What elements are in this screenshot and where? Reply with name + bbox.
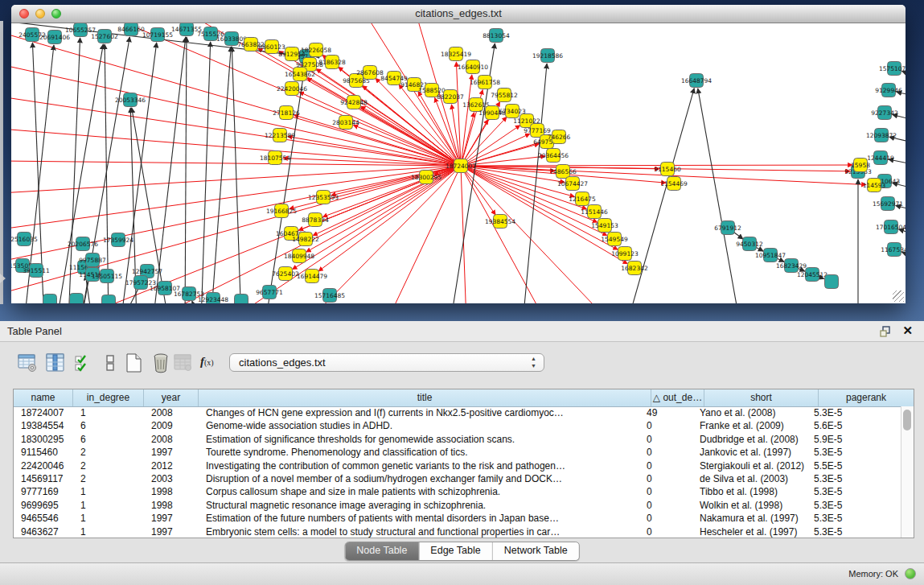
column-header-1[interactable]: in_degree <box>73 389 144 406</box>
graph-node[interactable]: 17016504 <box>876 220 906 234</box>
graph-edge[interactable] <box>11 97 461 166</box>
graph-node[interactable]: 8878334 <box>302 213 329 227</box>
graph-edge[interactable] <box>698 89 740 303</box>
graph-node[interactable]: 15692971 <box>873 197 903 211</box>
graph-edge[interactable] <box>201 42 211 303</box>
graph-edge[interactable] <box>185 37 187 303</box>
column-header-2[interactable]: year <box>144 389 199 406</box>
graph-node[interactable]: 1216475 <box>569 192 596 206</box>
graph-node[interactable] <box>825 275 839 289</box>
network-canvas[interactable]: 2405572206914061065525715276028466160107… <box>11 23 906 303</box>
graph-node[interactable]: 9242848 <box>340 96 368 109</box>
graph-node[interactable]: 18409948 <box>284 249 314 263</box>
graph-edge[interactable] <box>232 47 241 303</box>
column-header-0[interactable]: name <box>14 389 73 406</box>
graph-node-label: 16640910 <box>458 64 488 71</box>
graph-node[interactable]: 7955812 <box>491 89 518 102</box>
tab-edge-table[interactable]: Edge Table <box>419 542 492 560</box>
graph-edge[interactable] <box>153 37 186 303</box>
graph-node[interactable]: 18325419 <box>441 47 471 61</box>
graph-node[interactable]: 20364456 <box>538 149 569 163</box>
table-select-dropdown[interactable]: citations_edges.txt ▲▼ <box>229 353 544 372</box>
network-graph[interactable]: 2405572206914061065525715276028466160107… <box>11 23 906 303</box>
column-header-5[interactable]: short <box>704 389 819 406</box>
graph-node[interactable] <box>43 295 57 304</box>
close-panel-icon[interactable]: ✕ <box>902 323 913 338</box>
graph-node[interactable]: 16914479 <box>297 270 327 283</box>
graph-edge[interactable] <box>461 75 472 166</box>
graph-node[interactable]: 19218586 <box>532 49 563 63</box>
graph-node[interactable]: 2718126 <box>273 106 300 120</box>
show-columns-icon[interactable] <box>44 352 67 374</box>
create-table-icon[interactable] <box>122 352 145 374</box>
tab-node-table[interactable]: Node Table <box>345 542 419 560</box>
window-resize-grip[interactable] <box>893 290 904 302</box>
graph-edge[interactable] <box>11 32 461 166</box>
graph-node[interactable]: 1151446 <box>581 205 608 219</box>
graph-node[interactable]: 1244419 <box>867 151 894 165</box>
graph-node[interactable]: 15716485 <box>314 289 345 303</box>
graph-node[interactable]: 16640910 <box>458 60 488 74</box>
graph-edge[interactable] <box>318 166 461 271</box>
graph-node[interactable]: 10951847 <box>755 249 786 262</box>
graph-node[interactable]: 19166825 <box>266 204 297 218</box>
table-row[interactable]: 946554611997Estimation of the future num… <box>14 512 901 525</box>
graph-node[interactable]: 15958 <box>851 159 870 172</box>
table-cell: 1997 <box>144 512 199 525</box>
graph-node[interactable] <box>235 295 248 304</box>
graph-node[interactable]: 1167534 <box>881 243 906 257</box>
vertical-scrollbar[interactable] <box>901 406 914 538</box>
memory-status-indicator[interactable] <box>905 568 916 579</box>
table-row[interactable]: 1872400712008Changes of HCN gene express… <box>14 406 901 419</box>
graph-node[interactable]: 16961758 <box>470 76 500 89</box>
row-height-icon[interactable] <box>99 352 121 374</box>
graph-node[interactable]: 18107554 <box>260 151 290 165</box>
column-header-6[interactable]: pagerank <box>819 389 914 406</box>
graph-edge[interactable] <box>461 134 530 166</box>
column-header-4[interactable]: △ out_de… <box>651 389 704 406</box>
graph-node[interactable]: 10719155 <box>142 28 173 42</box>
graph-edge[interactable] <box>211 47 231 303</box>
graph-edge[interactable] <box>461 166 466 303</box>
graph-node[interactable]: 19384554 <box>485 215 515 229</box>
graph-node[interactable]: 10674427 <box>557 177 588 191</box>
float-panel-icon[interactable] <box>879 325 892 338</box>
graph-node[interactable] <box>70 294 84 304</box>
graph-node[interactable]: 7486566 <box>549 165 577 179</box>
table-settings-icon[interactable] <box>16 352 39 374</box>
table-row[interactable]: 1830029562008Estimation of significance … <box>14 433 901 446</box>
table-row[interactable]: 946362711997Embryonic stem cells: a mode… <box>14 525 901 538</box>
graph-node[interactable]: 8466160 <box>117 23 145 36</box>
graph-node[interactable]: 9129946 <box>875 84 902 97</box>
column-header-3[interactable]: title <box>199 389 651 406</box>
table-cell: 0 <box>639 472 692 485</box>
panel-collapse-arrow-icon[interactable] <box>0 274 6 283</box>
graph-edge[interactable] <box>306 166 461 303</box>
table-row[interactable]: 1456911722003Disruption of a novel membe… <box>14 472 901 485</box>
graph-node-label: 7625402 <box>272 270 299 278</box>
table-row[interactable]: 911546021997Tourette syndrome. Phenomeno… <box>14 446 901 459</box>
table-row[interactable]: 977716911998Corpus callosum shape and si… <box>14 485 901 498</box>
select-all-columns-icon[interactable] <box>72 352 95 374</box>
delete-table-icon[interactable] <box>150 352 172 374</box>
graph-edge[interactable] <box>225 166 461 303</box>
graph-node[interactable]: 15751074 <box>879 62 906 76</box>
graph-node[interactable]: 8813054 <box>483 29 510 43</box>
function-builder-icon[interactable]: f(x) <box>200 355 223 377</box>
graph-node[interactable]: 7625402 <box>272 267 299 281</box>
graph-node[interactable]: 12093872 <box>866 129 897 142</box>
graph-node[interactable]: 6791912 <box>714 221 741 235</box>
graph-node[interactable]: 9227342 <box>871 106 898 120</box>
scrollbar-thumb[interactable] <box>903 410 911 431</box>
graph-node[interactable]: 9115460 <box>654 163 681 176</box>
table-row[interactable]: 1938455462009Genome-wide association stu… <box>14 419 901 432</box>
graph-node[interactable] <box>102 295 116 304</box>
graph-edge[interactable] <box>290 166 461 209</box>
graph-node[interactable]: 1154469 <box>660 177 688 191</box>
tab-network-table[interactable]: Network Table <box>493 542 579 560</box>
import-table-icon[interactable] <box>172 352 195 374</box>
table-row[interactable]: 969969511998Structural magnetic resonanc… <box>14 499 901 512</box>
window-titlebar[interactable]: citations_edges.txt <box>11 5 906 23</box>
graph-node[interactable]: 16648794 <box>681 74 712 88</box>
table-row[interactable]: 2242004622012Investigating the contribut… <box>14 459 901 472</box>
